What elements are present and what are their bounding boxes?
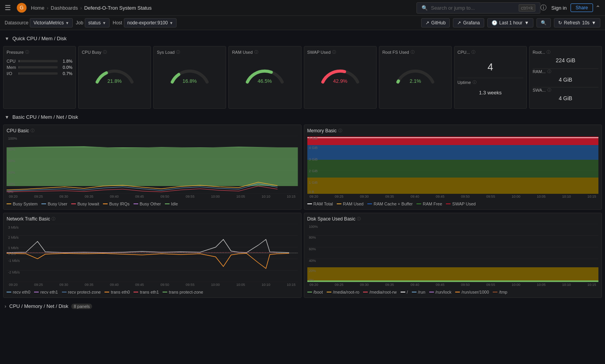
zoom-icon: 🔍 [541,20,547,26]
grafana-logo-icon: G [16,2,27,13]
uptime-info-icon[interactable]: ⓘ [473,80,476,85]
svg-text:0 B: 0 B [309,190,314,194]
github-button[interactable]: ↗ GitHub [421,18,450,27]
disk-legend: /boot /media/root-ro /media/root-rw / /r… [307,290,599,294]
network-svg: 3 Mb/s 2 Mb/s 1 Mb/s 0 b/s -1 Mb/s -2 Mb… [7,224,298,282]
ram-stat-info-icon[interactable]: ⓘ [547,69,551,74]
pressure-mem-fill [19,66,19,68]
search-shortcut: ctrl+k [519,4,535,12]
search-placeholder: Search or jump to... [431,5,516,11]
collapse-icon[interactable]: ⌃ [595,4,600,12]
ram-used-title: RAM Used [232,50,252,55]
external-link-icon2: ↗ [457,20,461,26]
grafana-button[interactable]: ↗ Grafana [453,18,484,27]
sys-load-title: Sys Load [157,50,175,55]
share-button[interactable]: Share [571,3,593,12]
svg-text:20%: 20% [309,269,316,273]
svg-text:100%: 100% [8,137,17,140]
pressure-bars: CPU 1.8% Mem 0.0% I/O [7,57,72,76]
breadcrumb-dashboards[interactable]: Dashboards [51,5,78,11]
svg-text:2 Mb/s: 2 Mb/s [8,236,19,239]
pressure-mem-value: 0.0% [60,65,72,70]
quick-section-header[interactable]: ▼ Quick CPU / Mem / Disk [3,33,602,44]
refresh-button[interactable]: ↻ Refresh 10s ▼ [554,18,600,27]
memory-basic-info-icon[interactable]: ⓘ [338,128,342,133]
pressure-cpu-bar [19,60,58,62]
pressure-io-row: I/O 0.7% [7,71,72,76]
swap-stat: SWA... ⓘ 4 GiB [533,87,598,105]
swap-stat-title: SWA... [533,88,546,92]
root-fs-title: Root FS Used [382,50,409,55]
network-basic-info-icon[interactable]: ⓘ [51,216,55,222]
svg-text:-2 Mb/s: -2 Mb/s [8,270,20,274]
datasource-select[interactable]: VictoriaMetrics ▼ [30,18,72,27]
pressure-info-icon[interactable]: ⓘ [25,50,29,55]
host-select[interactable]: node-exporter:9100 ▼ [124,18,177,27]
cpu-cores-info-icon[interactable]: ⓘ [471,50,475,55]
sys-load-info-icon[interactable]: ⓘ [176,50,180,55]
breadcrumb-home[interactable]: Home [31,5,45,11]
cpu-basic-chart-area: 100% 80% 60% 40% 20% 0% [7,136,298,194]
memory-basic-panel: Memory Basic ⓘ [304,125,602,210]
svg-text:3 GiB: 3 GiB [309,157,318,161]
help-icon[interactable]: ⓘ [540,4,547,12]
svg-text:60%: 60% [309,247,316,251]
legend-swap-used: SWAP Used [446,202,476,206]
datasource-filter: Datasource VictoriaMetrics ▼ [5,18,73,27]
root-stat-info-icon[interactable]: ⓘ [547,50,550,55]
root-stat-title: Root... [533,50,545,55]
host-chevron-icon: ▼ [169,21,173,25]
global-search-bar[interactable]: 🔍 Search or jump to... ctrl+k [416,2,540,14]
pressure-mem-bar [19,66,58,68]
network-chart-area: 3 Mb/s 2 Mb/s 1 Mb/s 0 b/s -1 Mb/s -2 Mb… [7,224,298,282]
cpu-basic-x-axis: 09:20 09:25 09:30 09:35 09:40 09:45 09:5… [7,194,298,199]
signin-button[interactable]: Sign in [551,5,567,11]
quick-section-chevron-icon: ▼ [5,36,9,41]
datasource-chevron-icon: ▼ [65,21,69,25]
ram-used-info-icon[interactable]: ⓘ [254,50,258,55]
toolbar-right: ↗ GitHub ↗ Grafana 🕐 Last 1 hour ▼ 🔍 ↻ R… [421,18,600,27]
legend-recv-protect: recv protect-zone [62,290,101,294]
svg-text:4 GiB: 4 GiB [309,146,318,150]
cpu-uptime-panel: CPU... ⓘ 4 Uptime ⓘ 1.3 weeks [454,46,527,109]
job-select[interactable]: status ▼ [85,18,110,27]
breadcrumb: Home › Dashboards › Defend-O-Tron System… [31,5,416,11]
swap-stat-info-icon[interactable]: ⓘ [547,87,551,93]
datasource-value: VictoriaMetrics [33,20,63,26]
pressure-mem-row: Mem 0.0% [7,65,72,70]
cpu-mem-section-title: CPU / Memory / Net / Disk [9,303,68,309]
cpu-cores-title: CPU... [458,50,470,55]
svg-text:21.8%: 21.8% [108,78,122,84]
ram-stat-title: RAM... [533,69,546,74]
cpu-mem-section-header[interactable]: › CPU / Memory / Net / Disk 8 panels [3,301,602,311]
swap-used-info-icon[interactable]: ⓘ [332,50,336,55]
zoom-out-button[interactable]: 🔍 [536,18,551,27]
cpu-mem-chevron-icon: › [5,304,6,309]
svg-text:3 Mb/s: 3 Mb/s [8,226,19,229]
ram-used-gauge: 46.5% [232,57,298,87]
cpu-basic-info-icon[interactable]: ⓘ [31,128,34,133]
svg-text:100%: 100% [309,225,318,229]
disk-basic-info-icon[interactable]: ⓘ [357,216,361,222]
external-link-icon: ↗ [425,20,429,26]
basic-section-title: Basic CPU / Mem / Net / Disk [12,114,78,120]
legend-trans-eth1: trans eth1 [134,290,159,294]
ram-stat: RAM... ⓘ 4 GiB [533,68,598,87]
basic-section-header[interactable]: ▼ Basic CPU / Mem / Net / Disk [3,112,602,122]
legend-busy-irqs: Busy IRQs [103,202,130,206]
host-filter: Host node-exporter:9100 ▼ [113,18,177,27]
memory-basic-legend: RAM Total RAM Used RAM Cache + Buffer RA… [307,202,599,206]
legend-busy-user: Busy User [41,202,67,206]
cpu-busy-info-icon[interactable]: ⓘ [103,50,107,55]
refresh-chevron-icon: ▼ [591,20,596,26]
cpu-cores-value: 4 [458,57,523,77]
time-range-picker[interactable]: 🕐 Last 1 hour ▼ [487,18,533,27]
charts-row-2: Network Traffic Basic ⓘ [3,213,602,298]
root-fs-info-icon[interactable]: ⓘ [411,50,415,55]
hamburger-menu[interactable]: ☰ [5,3,11,12]
legend-media-root-rw: /media/root-rw [363,290,396,294]
legend-run: /run [412,290,425,294]
pressure-title: Pressure [7,50,24,55]
disk-svg: 100% 80% 60% 40% 20% 0% [307,224,599,282]
legend-ram-used: RAM Used [337,202,363,206]
